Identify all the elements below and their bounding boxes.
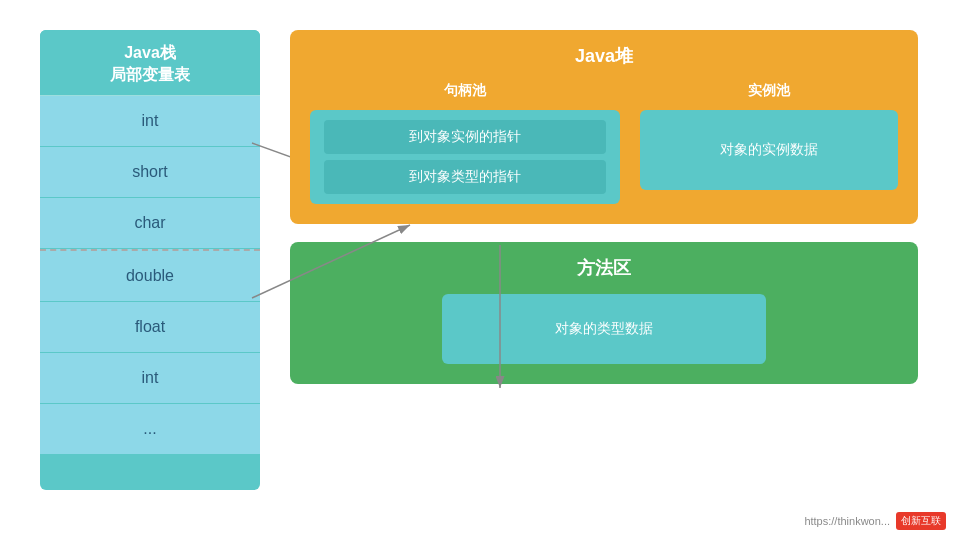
- diagram-container: Java栈 局部变量表 int short char double float …: [0, 0, 958, 542]
- method-area-box: 对象的类型数据: [442, 294, 765, 364]
- stack-item-int2: int: [40, 353, 260, 404]
- pointer2: 到对象类型的指针: [324, 160, 606, 194]
- stack-item-short: short: [40, 147, 260, 198]
- watermark-url: https://thinkwon...: [804, 515, 890, 527]
- watermark: https://thinkwon... 创新互联: [804, 512, 946, 530]
- handle-pool-label: 句柄池: [310, 82, 620, 100]
- method-area-title: 方法区: [310, 256, 898, 280]
- handle-pool-box: 到对象实例的指针 到对象类型的指针: [310, 110, 620, 204]
- java-stack-header: Java栈 局部变量表: [40, 30, 260, 96]
- instance-data-label: 对象的实例数据: [720, 141, 818, 159]
- method-area: 方法区 对象的类型数据: [290, 242, 918, 384]
- java-heap: Java堆 句柄池 到对象实例的指针 到对象类型的指针 实例池 对象的实例数据: [290, 30, 918, 224]
- stack-item-float: float: [40, 302, 260, 353]
- instance-pool: 实例池 对象的实例数据: [640, 82, 898, 190]
- stack-title-line1: Java栈: [48, 42, 252, 64]
- stack-item-int1: int: [40, 96, 260, 147]
- heap-inner: 句柄池 到对象实例的指针 到对象类型的指针 实例池 对象的实例数据: [310, 82, 898, 204]
- stack-item-ellipsis: ...: [40, 404, 260, 454]
- instance-pool-box: 对象的实例数据: [640, 110, 898, 190]
- watermark-logo: 创新互联: [896, 512, 946, 530]
- type-data-label: 对象的类型数据: [555, 320, 653, 338]
- stack-title-line2: 局部变量表: [48, 64, 252, 86]
- stack-item-char: char: [40, 198, 260, 249]
- instance-pool-label: 实例池: [640, 82, 898, 100]
- pointer1: 到对象实例的指针: [324, 120, 606, 154]
- heap-title: Java堆: [310, 44, 898, 68]
- stack-item-double: double: [40, 249, 260, 302]
- handle-pool: 句柄池 到对象实例的指针 到对象类型的指针: [310, 82, 620, 204]
- java-stack: Java栈 局部变量表 int short char double float …: [40, 30, 260, 490]
- right-panels: Java堆 句柄池 到对象实例的指针 到对象类型的指针 实例池 对象的实例数据: [290, 30, 918, 384]
